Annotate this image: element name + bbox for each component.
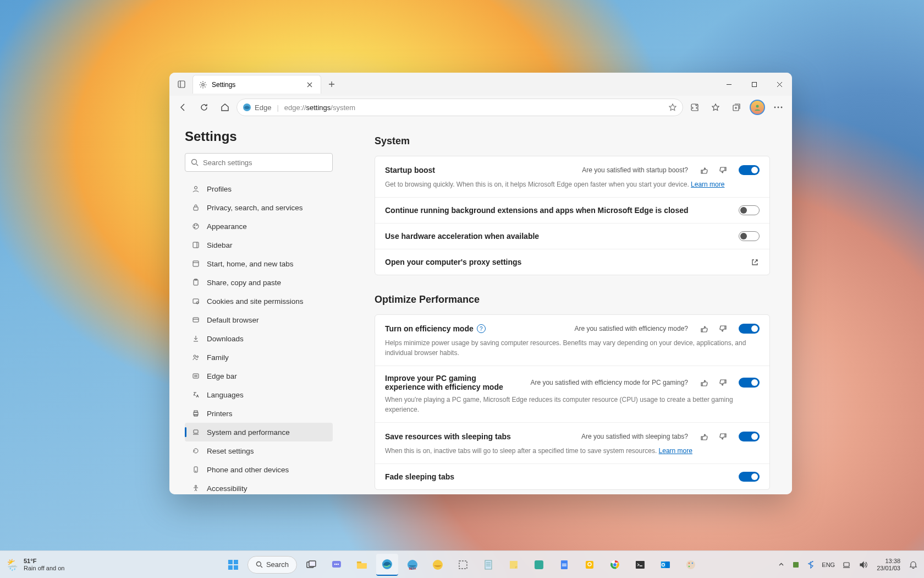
nav-privacy[interactable]: Privacy, search, and services	[185, 198, 333, 217]
browser-tab[interactable]: Settings	[193, 75, 321, 94]
svg-rect-19	[193, 261, 199, 266]
taskbar-app-terminal[interactable]	[629, 554, 651, 576]
nav-start[interactable]: Start, home, and new tabs	[185, 254, 333, 273]
taskbar-app-docs[interactable]	[553, 554, 575, 576]
tab-close-button[interactable]	[304, 79, 315, 90]
row-background-apps: Continue running background extensions a…	[375, 198, 769, 223]
tray-network-icon[interactable]	[842, 554, 853, 576]
taskbar-app-chat[interactable]	[326, 554, 348, 576]
profile-button[interactable]	[748, 98, 767, 117]
nav-languages[interactable]: Languages	[185, 385, 333, 404]
maximize-button[interactable]	[741, 74, 767, 94]
thumbs-down-button[interactable]	[717, 430, 729, 443]
background-apps-toggle[interactable]	[739, 205, 760, 215]
hardware-accel-toggle[interactable]	[739, 231, 760, 241]
content-area: Settings Profiles Privacy, search, and s…	[169, 119, 792, 494]
favorite-star-icon[interactable]	[668, 103, 677, 112]
back-button[interactable]	[174, 98, 193, 117]
row-proxy-settings[interactable]: Open your computer's proxy settings	[375, 249, 769, 275]
thumbs-down-button[interactable]	[717, 164, 729, 176]
site-identity: Edge	[243, 103, 271, 112]
sleeping-tabs-learn-more[interactable]: Learn more	[659, 447, 692, 455]
gaming-efficiency-toggle[interactable]	[739, 378, 760, 388]
collections-button[interactable]	[727, 98, 746, 117]
taskbar-app-snip[interactable]	[452, 554, 474, 576]
taskbar-weather[interactable]: 🌦️ 51°F Rain off and on	[6, 558, 64, 571]
taskbar-search[interactable]: Search	[248, 556, 297, 574]
taskbar-app-edge-canary[interactable]	[427, 554, 449, 576]
settings-main[interactable]: System Startup boost Are you satisfied w…	[348, 119, 792, 494]
nav-system-performance[interactable]: System and performance	[185, 423, 333, 441]
tray-notifications-icon[interactable]	[908, 554, 919, 576]
nav-reset[interactable]: Reset settings	[185, 441, 333, 460]
nav-phone[interactable]: Phone and other devices	[185, 460, 333, 479]
thumbs-up-button[interactable]	[698, 430, 710, 443]
startup-boost-label: Startup boost	[385, 166, 435, 175]
row-efficiency-mode: Turn on efficiency mode ? Are you satisf…	[375, 315, 769, 366]
tab-title: Settings	[212, 81, 235, 89]
svg-rect-29	[193, 374, 199, 378]
taskbar-app-notepad[interactable]	[477, 554, 499, 576]
fade-sleeping-tabs-toggle[interactable]	[739, 472, 760, 482]
family-icon	[191, 353, 200, 362]
browser-icon	[191, 315, 200, 324]
tray-bluetooth-icon[interactable]	[806, 554, 815, 576]
tray-language[interactable]: ENG	[821, 554, 836, 576]
svg-rect-57	[485, 560, 492, 569]
thumbs-down-button[interactable]	[717, 377, 729, 389]
nav-edge-bar[interactable]: Edge bar	[185, 367, 333, 385]
external-link-icon	[750, 257, 760, 267]
address-bar[interactable]: Edge | edge://settings/system	[237, 99, 683, 116]
sidebar-title: Settings	[185, 129, 333, 144]
taskbar-app-outlook[interactable]	[654, 554, 676, 576]
edge-window: Settings Edge | edge://settings/system	[169, 73, 792, 494]
efficiency-mode-toggle[interactable]	[739, 324, 760, 334]
taskbar-app-edge[interactable]	[376, 554, 398, 576]
tray-security-icon[interactable]	[791, 554, 801, 576]
taskbar-app-chrome[interactable]	[604, 554, 626, 576]
taskbar-app-edge-beta[interactable]: BETA	[402, 554, 424, 576]
info-icon[interactable]: ?	[477, 324, 486, 333]
nav-downloads[interactable]: Downloads	[185, 329, 333, 348]
settings-search-input[interactable]	[203, 159, 327, 167]
thumbs-up-button[interactable]	[698, 377, 710, 389]
laptop-icon	[191, 428, 200, 437]
nav-share[interactable]: Share, copy and paste	[185, 273, 333, 292]
nav-sidebar[interactable]: Sidebar	[185, 236, 333, 254]
startup-boost-toggle[interactable]	[739, 165, 760, 175]
settings-search[interactable]	[185, 153, 333, 172]
new-tab-button[interactable]	[323, 76, 340, 92]
tray-volume-icon[interactable]	[858, 554, 869, 576]
nav-appearance[interactable]: Appearance	[185, 217, 333, 236]
task-view-button[interactable]	[300, 554, 322, 576]
home-button[interactable]	[216, 98, 234, 117]
extensions-button[interactable]	[685, 98, 704, 117]
thumbs-up-button[interactable]	[698, 164, 710, 176]
startup-boost-learn-more[interactable]: Learn more	[691, 181, 724, 188]
more-button[interactable]	[769, 98, 788, 117]
nav-profiles[interactable]: Profiles	[185, 179, 333, 198]
taskbar-search-label: Search	[266, 560, 289, 569]
thumbs-up-button[interactable]	[698, 323, 710, 335]
taskbar-app-keep[interactable]	[579, 554, 601, 576]
thumbs-down-button[interactable]	[717, 323, 729, 335]
taskbar-app-spotify[interactable]	[528, 554, 550, 576]
tray-clock[interactable]: 13:38 23/01/03	[875, 554, 903, 576]
tray-overflow[interactable]	[777, 554, 785, 576]
taskbar-app-explorer[interactable]	[351, 554, 373, 576]
sleeping-tabs-toggle[interactable]	[739, 432, 760, 441]
favorites-button[interactable]	[706, 98, 725, 117]
nav-cookies[interactable]: Cookies and site permissions	[185, 292, 333, 310]
cookie-icon	[191, 297, 200, 306]
close-window-button[interactable]	[767, 74, 792, 94]
start-button[interactable]	[222, 554, 244, 576]
nav-accessibility[interactable]: Accessibility	[185, 479, 333, 494]
nav-family[interactable]: Family	[185, 348, 333, 367]
taskbar-app-sticky[interactable]	[503, 554, 525, 576]
minimize-button[interactable]	[716, 74, 741, 94]
nav-printers[interactable]: Printers	[185, 404, 333, 423]
refresh-button[interactable]	[195, 98, 213, 117]
nav-default-browser[interactable]: Default browser	[185, 310, 333, 329]
vertical-tabs-button[interactable]	[173, 75, 190, 93]
taskbar-app-paint[interactable]	[680, 554, 702, 576]
